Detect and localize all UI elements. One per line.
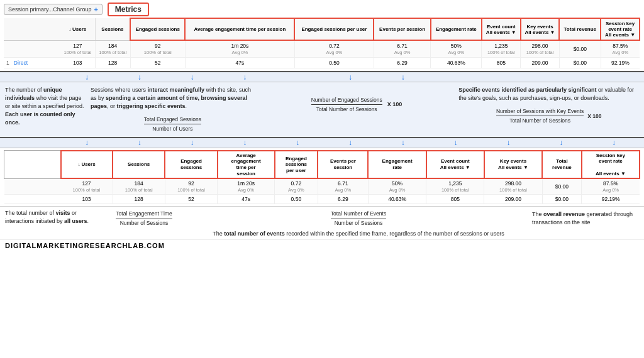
row1-avg-engagement: 47s [185, 58, 294, 68]
avg-eng-denominator: Number of Sessions [120, 219, 169, 227]
totals-session-key-rate: 87.5% Avg 0% [601, 40, 640, 58]
bot-sort-icon: ↓ [78, 162, 80, 167]
bot-totals-event-count: 1,235 100% of total [426, 178, 484, 195]
bot-totals-sessions: 184 100% of total [113, 178, 165, 195]
bot-row1-users: 103 [61, 195, 113, 204]
row1-events-per-session: 6.29 [374, 58, 430, 68]
row1-rank: 1 Direct [4, 58, 60, 68]
session-key-multiplier: X 100 [587, 112, 601, 120]
col-header-sessions: Sessions [95, 18, 130, 40]
bot-totals-engaged-per-user: 0.72 Avg 0% [275, 178, 318, 195]
fraction-events-per-session: Total Number of Events Number of Session… [331, 210, 386, 227]
sessions-explanation: The total number of visits or interactio… [5, 209, 99, 225]
bot-row1-total-revenue: $0.00 [542, 195, 582, 204]
dimension-pill[interactable]: Session primary...Channel Group + [4, 4, 103, 15]
formula-session-key-rate: Number of Sessions with Key Events Total… [458, 107, 639, 125]
engaged-sessions-explanation: Sessions where users interact meaningful… [91, 86, 255, 133]
bot-col-avg-engagement: Averageengagementtime persession [218, 151, 275, 178]
totals-sessions: 184 100% of total [95, 40, 130, 58]
bot-totals-engagement-rate: 50% Avg 0% [368, 178, 426, 195]
session-key-denominator: Total Number of Sessions [509, 116, 570, 124]
fraction-avg-engagement: Total Engagement Time Number of Sessions [116, 210, 172, 227]
table-top-row: Session primary...Channel Group + Metric… [4, 3, 640, 16]
row1-sessions: 128 [95, 58, 130, 68]
totals-key-events: 298.00 100% of total [521, 40, 560, 58]
bot-row1-dim [4, 195, 61, 204]
bottom-explanations: The total number of visits or interactio… [0, 207, 644, 239]
fraction-engaged-sessions: Total Engaged Sessions Number of Users [144, 116, 201, 133]
avg-eng-numerator: Total Engagement Time [116, 210, 172, 219]
bot-row1-engagement-rate: 40.63% [368, 195, 426, 204]
col-header-session-key-rate: Session keyevent rateAll events ▼ [601, 18, 640, 40]
plus-icon[interactable]: + [94, 6, 97, 13]
row1-users: 103 [60, 58, 95, 68]
totals-engagement-rate: 50% Avg 0% [431, 40, 482, 58]
bot-totals-engaged-sessions: 92 100% of total [165, 178, 217, 195]
totals-event-count: 1,235 100% of total [482, 40, 521, 58]
events-ps-denominator: Number of Sessions [335, 219, 383, 227]
row1-session-key-rate: 92.19% [601, 58, 640, 68]
metrics-label: Metrics [108, 3, 149, 16]
bot-col-engaged-per-user: Engagedsessionsper user [275, 151, 318, 178]
bot-totals-events-per-session: 6.71 Avg 0% [318, 178, 368, 195]
users-explanation: The number of unique individuals who vis… [5, 86, 87, 127]
col-header-event-count: Event countAll events ▼ [482, 18, 521, 40]
totals-events-per-session: 6.71 Avg 0% [374, 40, 430, 58]
bot-row1-engaged-per-user: 0.50 [275, 195, 318, 204]
totals-row: 127 100% of total 184 100% of total 92 1… [4, 40, 640, 58]
events-per-session-formula-section: Total Number of Events Number of Session… [189, 209, 528, 237]
bot-totals-users: 127 100% of total [61, 178, 113, 195]
arrow-down-row: ↓ ↓ ↓ ↓ ↓ ↓ [0, 72, 644, 82]
session-key-fraction: Number of Sessions with Key Events Total… [496, 107, 584, 125]
bot-row1-event-count: 805 [426, 195, 484, 204]
bot-col-engaged-sessions: Engagedsessions [165, 151, 217, 178]
bot-row1-key-events: 209.00 [484, 195, 542, 204]
bot-col-engagement-rate: Engagementrate [368, 151, 426, 178]
col-header-events-per-session: Events per session [374, 18, 430, 40]
row1-engagement-rate: 40.63% [431, 58, 482, 68]
bottom-table-section: ↓ Users Sessions Engagedsessions Average… [0, 148, 644, 207]
bot-table-row: 103 128 52 47s 0.50 6.29 40.63% 805 209.… [4, 195, 640, 204]
bot-col-total-revenue: Totalrevenue [542, 151, 582, 178]
totals-users: 127 100% of total [60, 40, 95, 58]
totals-total-revenue: $0.00 [559, 40, 601, 58]
formula-denominator-engaged: Number of Users [152, 124, 192, 133]
watermark-row: DIGITALMARKETINGRESEARCHLAB.COM [0, 240, 644, 251]
row1-event-count: 805 [482, 58, 521, 68]
bot-totals-row: 127 100% of total 184 100% of total 92 1… [4, 178, 640, 195]
watermark: DIGITALMARKETINGRESEARCHLAB.COM [5, 242, 165, 249]
bot-row1-avg-engagement: 47s [218, 195, 275, 204]
totals-avg-engagement: 1m 20s Avg 0% [185, 40, 294, 58]
totals-engaged-per-user: 0.72 Avg 0% [294, 40, 374, 58]
arrow-up-row: ↓ ↓ ↓ ↓ ↓ ↓ ↓ ↓ ↓ ↓ ↓ [0, 138, 644, 148]
events-ps-numerator: Total Number of Events [331, 210, 386, 219]
row1-engaged-per-user: 0.50 [294, 58, 374, 68]
dimension-label: Session primary...Channel Group [8, 6, 91, 13]
bot-row1-session-key-rate: 92.19% [582, 195, 640, 204]
totals-dim [4, 40, 60, 58]
top-table-section: Session primary...Channel Group + Metric… [0, 0, 644, 72]
formula-denominator-engagement: Total Number of Sessions [316, 105, 377, 113]
formula-numerator-engagement: Number of Engaged Sessions [311, 96, 382, 105]
row1-engaged-sessions: 52 [130, 58, 185, 68]
row1-total-revenue: $0.00 [559, 58, 601, 68]
bot-row1-engaged-sessions: 52 [165, 195, 217, 204]
bot-totals-dim [4, 178, 61, 195]
bot-col-events-per-session: Events persession [318, 151, 368, 178]
bot-totals-key-events: 298.00 100% of total [484, 178, 542, 195]
formula-engaged-sessions: Total Engaged Sessions Number of Users [91, 116, 255, 133]
formula-engagement-rate: Number of Engaged Sessions Total Number … [311, 96, 402, 114]
col-header-engaged-per-user: Engaged sessions per user [294, 18, 374, 40]
key-events-explanation: Specific events identified as particular… [458, 86, 639, 125]
bot-totals-total-revenue: $0.00 [542, 178, 582, 195]
top-data-table: ↓ Users Sessions Engaged sessions Averag… [4, 18, 640, 68]
col-header-users: ↓ Users [60, 18, 95, 40]
session-key-numerator: Number of Sessions with Key Events [496, 107, 584, 116]
col-header-engaged-sessions: Engaged sessions [130, 18, 185, 40]
bot-row1-events-per-session: 6.29 [318, 195, 368, 204]
engagement-rate-section: Number of Engaged Sessions Total Number … [258, 86, 455, 114]
col-header-engagement-rate: Engagement rate [431, 18, 482, 40]
bot-col-key-events: Key eventsAll events ▼ [484, 151, 542, 178]
col-header-dimension [4, 18, 60, 40]
bot-totals-avg-engagement: 1m 20s Avg 0% [218, 178, 275, 195]
